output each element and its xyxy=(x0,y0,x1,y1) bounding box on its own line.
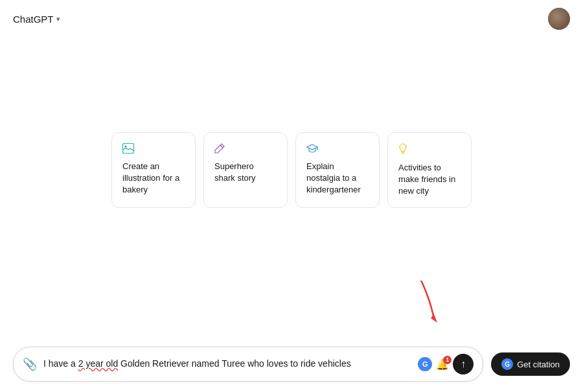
suggestion-card-nostalgia[interactable]: Explain nostalgia to a kindergartener xyxy=(295,132,380,209)
suggestion-card-activities[interactable]: Activities to make friends in new city xyxy=(387,132,472,209)
citation-button-label: Get citation xyxy=(517,360,560,369)
citation-g-icon: G xyxy=(501,358,513,370)
suggestion-cards-row: Create an illustration for a bakery Supe… xyxy=(111,132,472,209)
g-letter: G xyxy=(422,360,428,368)
underline-text: 2 year old xyxy=(78,358,118,369)
input-actions: G 🔔 1 ↑ xyxy=(418,354,474,375)
image-icon xyxy=(122,143,185,156)
bottom-area: 📎 I have a 2 year old Golden Retriever n… xyxy=(0,339,583,392)
notification-count: 1 xyxy=(443,356,452,364)
notification-badge[interactable]: 🔔 1 xyxy=(436,358,449,371)
main-content: Create an illustration for a bakery Supe… xyxy=(0,0,583,340)
attach-icon[interactable]: 📎 xyxy=(23,357,37,371)
input-container[interactable]: 📎 I have a 2 year old Golden Retriever n… xyxy=(13,347,483,382)
suggestion-card-bakery[interactable]: Create an illustration for a bakery xyxy=(111,132,196,209)
pencil-icon xyxy=(214,143,277,156)
message-input[interactable]: I have a 2 year old Golden Retriever nam… xyxy=(43,358,411,371)
suggestion-card-shark[interactable]: Superhero shark story xyxy=(203,132,288,209)
lightbulb-icon xyxy=(398,143,461,157)
send-button[interactable]: ↑ xyxy=(453,354,474,375)
g-badge-icon[interactable]: G xyxy=(418,357,432,371)
send-icon: ↑ xyxy=(461,358,466,370)
card-shark-text: Superhero shark story xyxy=(214,161,277,184)
card-bakery-text: Create an illustration for a bakery xyxy=(122,161,185,196)
graduation-icon xyxy=(306,143,369,156)
card-activities-text: Activities to make friends in new city xyxy=(398,162,461,198)
card-nostalgia-text: Explain nostalgia to a kindergartener xyxy=(306,161,369,196)
svg-point-2 xyxy=(125,145,127,147)
citation-button[interactable]: G Get citation xyxy=(491,352,570,376)
citation-g-letter: G xyxy=(505,361,510,368)
